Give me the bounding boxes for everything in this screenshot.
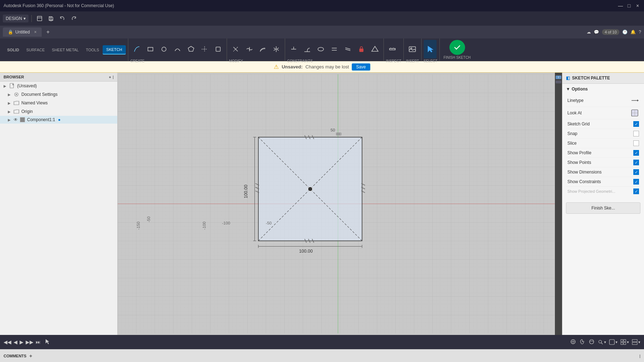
nav-prev-button[interactable]: ◀ [14, 339, 17, 345]
browser-collapse-icon[interactable]: ● [109, 75, 111, 79]
orbit-tool-icon[interactable] [588, 338, 595, 346]
dimension-button[interactable] [369, 40, 381, 58]
show-points-checkbox[interactable] [633, 160, 639, 165]
design-arrow-icon: ▾ [24, 16, 26, 21]
coincident-button[interactable] [287, 40, 300, 58]
snap-checkbox[interactable] [633, 131, 639, 136]
nav-next-button[interactable]: ▶▶ [26, 339, 34, 345]
save-button[interactable]: Save [352, 63, 370, 71]
tangent-button[interactable] [301, 40, 314, 58]
finish-sketch-button[interactable] [449, 40, 465, 55]
view-cube-top[interactable]: T [556, 76, 561, 79]
show-projected-checkbox[interactable] [633, 188, 639, 194]
equal-button[interactable] [328, 40, 341, 58]
tab-solid[interactable]: SOLID [4, 46, 23, 54]
construction-tool-button[interactable] [198, 40, 211, 58]
lock-button[interactable] [355, 40, 368, 58]
svg-rect-84 [624, 342, 626, 345]
insert-image-button[interactable] [406, 40, 419, 58]
pan-tool-icon[interactable] [579, 338, 586, 346]
palette-header: ◧ SKETCH PALETTE [562, 73, 644, 84]
rectangle2-tool-button[interactable] [212, 40, 225, 58]
center-tool-icon[interactable] [570, 338, 576, 346]
parallel-button[interactable] [341, 40, 354, 58]
palette-header-title: SKETCH PALETTE [572, 76, 610, 81]
zoom-tool-btn[interactable]: ▾ [598, 339, 606, 345]
measure-button[interactable] [386, 40, 399, 58]
browser-component-label: Component1:1 [27, 117, 55, 122]
app-title: Autodesk Fusion 360 (Personal - Not for … [4, 3, 114, 8]
menu-icon-undo[interactable] [57, 14, 67, 24]
tab-sheet-metal[interactable]: SHEET METAL [48, 46, 82, 54]
browser-item-unsaved[interactable]: ▶ (Unsaved) [0, 82, 117, 90]
look-at-icon-btn[interactable] [630, 109, 639, 117]
nav-cursor-icon[interactable] [44, 338, 51, 346]
design-menu-button[interactable]: DESIGN ▾ [3, 15, 29, 22]
browser-item-origin[interactable]: ▶ Origin [0, 107, 117, 116]
canvas-area[interactable]: 50 100.00 100.00 -50 -100 -150 -50 -100 [118, 73, 562, 335]
grid-view-btn[interactable]: ▾ [620, 339, 629, 345]
show-profile-checkbox[interactable] [633, 150, 639, 156]
svg-rect-0 [37, 16, 42, 21]
svg-rect-52 [336, 133, 341, 135]
svg-text:100.00: 100.00 [299, 249, 313, 254]
linetype-icon-btn[interactable] [630, 96, 639, 105]
arc-tool-button[interactable] [171, 40, 184, 58]
trim-tool-button[interactable] [229, 40, 242, 58]
nav-prev-start-button[interactable]: ◀◀ [4, 339, 11, 345]
nav-play-button[interactable]: ▶ [20, 339, 24, 345]
palette-header-icon: ◧ [566, 76, 570, 81]
minimize-button[interactable]: — [618, 3, 623, 9]
sketch-canvas[interactable]: 50 100.00 100.00 -50 -100 -150 -50 -100 [118, 73, 562, 335]
browser-item-named-views[interactable]: ▶ Named Views [0, 99, 117, 107]
svg-text:50: 50 [331, 128, 335, 132]
help-icon: ? [639, 30, 641, 35]
show-profile-label: Show Profile [567, 150, 591, 155]
toolbar-tabs: SOLID SURFACE SHEET METAL TOOLS SKETCH [1, 38, 128, 61]
modify-label: MODIFY [229, 59, 243, 63]
bottom-toolbar: ◀◀ ◀ ▶ ▶▶ ⏭ ▾ ▾ ▾ ▾ [0, 335, 644, 349]
folder-icon [14, 100, 19, 106]
panel-view-btn[interactable]: ▾ [632, 339, 640, 345]
tab-sketch[interactable]: SKETCH [103, 45, 126, 55]
options-header[interactable]: ▼ Options [566, 87, 640, 92]
line-tool-button[interactable] [130, 40, 143, 58]
maximize-button[interactable]: □ [626, 3, 632, 9]
svg-rect-7 [216, 47, 220, 51]
show-constraints-checkbox[interactable] [633, 179, 639, 185]
svg-point-77 [589, 340, 594, 344]
menu-icon-save[interactable] [46, 14, 56, 24]
browser-item-doc-settings[interactable]: ▶ Document Settings [0, 90, 117, 99]
display-mode-btn[interactable]: ▾ [609, 339, 618, 345]
svg-rect-18 [360, 49, 363, 52]
tab-close-icon[interactable]: × [34, 30, 37, 35]
menu-icon-new[interactable] [35, 14, 45, 24]
offset-tool-button[interactable] [256, 40, 269, 58]
mirror-tool-button[interactable] [270, 40, 283, 58]
browser-expand-icon[interactable]: | [113, 75, 114, 79]
menu-icon-redo[interactable] [69, 14, 79, 24]
collapse-comments-btn[interactable]: | [639, 354, 640, 358]
extend-tool-button[interactable] [243, 40, 256, 58]
show-dimensions-checkbox[interactable] [633, 169, 639, 175]
tab-title: Untitled [15, 30, 30, 35]
tab-bar: 🔒 Untitled × + ☁ 💬 4 of 10 🕐 🔔 ? [0, 26, 644, 38]
view-cube-btn[interactable] [556, 81, 561, 83]
polygon-tool-button[interactable] [185, 40, 197, 58]
select-button[interactable] [424, 40, 437, 58]
svg-line-79 [601, 343, 603, 344]
close-button[interactable]: × [635, 3, 640, 9]
browser-item-component[interactable]: ▶ 👁 Component1:1 ● [0, 116, 117, 124]
slice-checkbox[interactable] [633, 140, 639, 146]
circle-tool-button[interactable] [158, 40, 170, 58]
main-tab[interactable]: 🔒 Untitled × [3, 27, 42, 37]
rectangle-tool-button[interactable] [144, 40, 157, 58]
tab-surface[interactable]: SURFACE [23, 46, 48, 54]
ellipse-button[interactable] [314, 40, 327, 58]
tab-tools[interactable]: TOOLS [82, 46, 103, 54]
sketch-grid-checkbox[interactable] [633, 121, 639, 127]
finish-sketch-palette-button[interactable]: Finish Ske... [566, 202, 640, 214]
add-tab-button[interactable]: + [43, 27, 53, 37]
nav-next-end-button[interactable]: ⏭ [36, 339, 41, 345]
add-comment-button[interactable]: + [29, 353, 32, 359]
